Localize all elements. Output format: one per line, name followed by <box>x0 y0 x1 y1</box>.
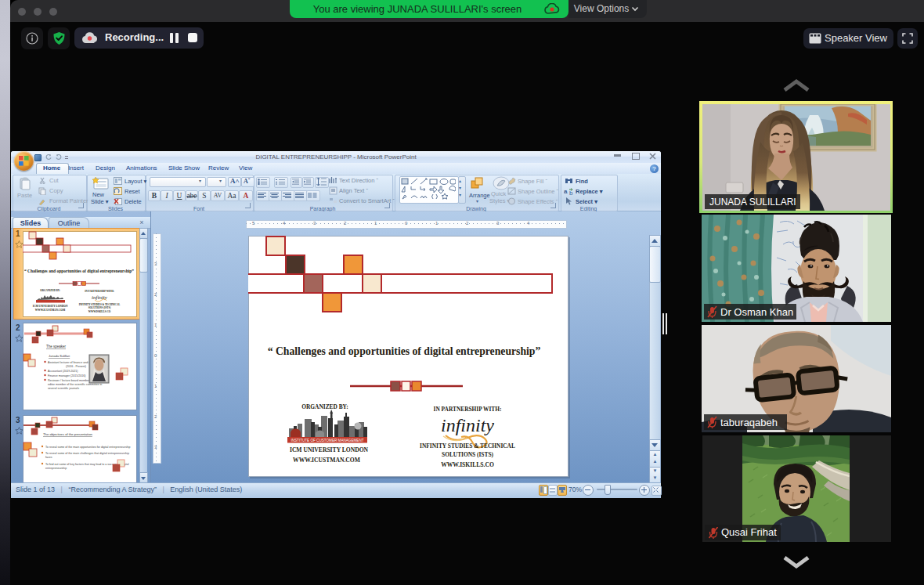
svg-text:editor member of the scientifi: editor member of the scientific committe… <box>48 383 102 386</box>
svg-text:To reveal some of the main opp: To reveal some of the main opportunities… <box>45 446 130 449</box>
svg-text:a: a <box>564 188 568 195</box>
svg-text:INFINITY STUDIES & TECHNICAL: INFINITY STUDIES & TECHNICAL <box>420 442 515 450</box>
svg-text:infinity: infinity <box>441 415 494 435</box>
svg-text:SOLUTIONS (ISTS): SOLUTIONS (ISTS) <box>442 451 493 458</box>
svg-text:To reveal some of the main cha: To reveal some of the main challenges th… <box>45 452 129 455</box>
svg-text:b: b <box>569 190 573 196</box>
svg-text:ICM UNIVERSITY LONDON: ICM UNIVERSITY LONDON <box>33 305 68 308</box>
svg-text:ORGANIZED BY:: ORGANIZED BY: <box>301 403 348 410</box>
svg-text:IN PARTNERSHIP WITH:: IN PARTNERSHIP WITH: <box>434 406 502 413</box>
svg-text:Junada Sulillari: Junada Sulillari <box>49 354 70 358</box>
svg-text:INSTITUTE OF CUSTOMER MANAGEME: INSTITUTE OF CUSTOMER MANAGEMENT <box>291 439 363 442</box>
svg-text:Accountant (2019-2021: Accountant (2019-2021) <box>48 370 78 373</box>
svg-text:ORGANIZED BY:: ORGANIZED BY: <box>40 289 60 292</box>
svg-text:ICM UNIVERSITY LONDON: ICM UNIVERSITY LONDON <box>290 446 369 453</box>
svg-text:Dr Osman Khan: Dr Osman Khan <box>720 306 793 318</box>
svg-text:WWW.ISKILLS.CO: WWW.ISKILLS.CO <box>441 461 494 468</box>
svg-text:faces: faces <box>45 456 52 459</box>
svg-text:entrepreneurship: entrepreneurship <box>45 467 67 470</box>
svg-text:JUNADA SULILLARI: JUNADA SULILLARI <box>709 197 796 208</box>
svg-text:The objectives of the presenta: The objectives of the presentation <box>43 432 93 436</box>
svg-text:The speaker: The speaker <box>46 345 67 348</box>
svg-text:WWW.ISKILLS.CO: WWW.ISKILLS.CO <box>88 310 111 313</box>
svg-text:“ Challenges and opportunities: “ Challenges and opportunities of digita… <box>24 269 134 273</box>
svg-text:taburaqabeh: taburaqabeh <box>720 417 778 428</box>
svg-text:SOLUTIONS (ISTS): SOLUTIONS (ISTS) <box>88 306 110 309</box>
svg-text:WWW.ICUSTMAN.COM: WWW.ICUSTMAN.COM <box>35 309 66 312</box>
svg-text:Finance manager (2015/201: Finance manager (2015/2016) <box>48 374 85 377</box>
svg-text:(2016 - Present): (2016 - Present) <box>66 365 86 368</box>
svg-text:IN PARTNERSHIP WITH:: IN PARTNERSHIP WITH: <box>85 290 114 293</box>
svg-text:WWW.ICUSTMAN.COM: WWW.ICUSTMAN.COM <box>293 457 360 464</box>
svg-text:several scientific journals: several scientific journals <box>48 387 79 390</box>
svg-text:“ Challenges and opportunities: “ Challenges and opportunities of digita… <box>268 345 541 357</box>
